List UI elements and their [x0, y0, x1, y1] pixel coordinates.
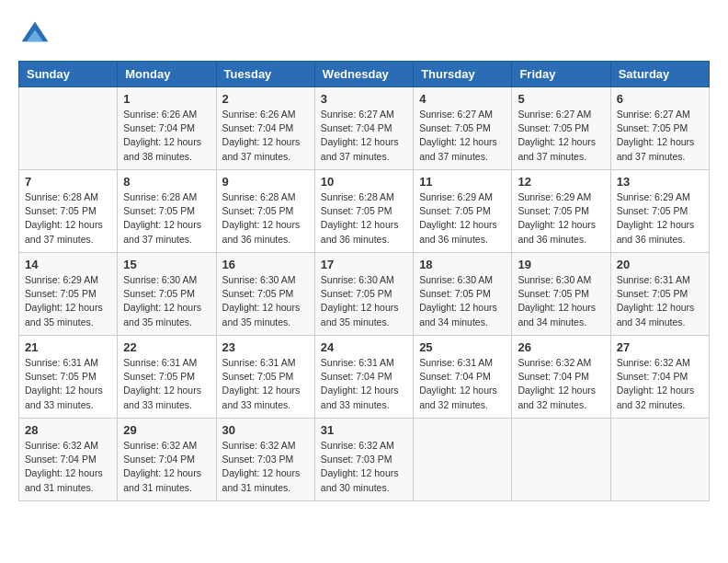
day-cell: 17Sunrise: 6:30 AM Sunset: 7:05 PM Dayli… — [314, 253, 413, 336]
day-info: Sunrise: 6:31 AM Sunset: 7:04 PM Dayligh… — [419, 356, 506, 412]
day-cell: 22Sunrise: 6:31 AM Sunset: 7:05 PM Dayli… — [118, 336, 216, 419]
week-row-1: 1Sunrise: 6:26 AM Sunset: 7:04 PM Daylig… — [19, 87, 710, 170]
header-cell-tuesday: Tuesday — [216, 62, 314, 87]
day-cell — [512, 419, 610, 501]
day-info: Sunrise: 6:32 AM Sunset: 7:03 PM Dayligh… — [321, 439, 407, 495]
day-cell: 18Sunrise: 6:30 AM Sunset: 7:05 PM Dayli… — [414, 253, 512, 336]
day-cell: 31Sunrise: 6:32 AM Sunset: 7:03 PM Dayli… — [314, 419, 413, 501]
day-cell: 30Sunrise: 6:32 AM Sunset: 7:03 PM Dayli… — [216, 419, 314, 501]
day-cell: 6Sunrise: 6:27 AM Sunset: 7:05 PM Daylig… — [610, 87, 709, 170]
day-number: 10 — [321, 175, 407, 189]
day-cell: 5Sunrise: 6:27 AM Sunset: 7:05 PM Daylig… — [512, 87, 610, 170]
day-info: Sunrise: 6:28 AM Sunset: 7:05 PM Dayligh… — [123, 190, 210, 247]
day-info: Sunrise: 6:27 AM Sunset: 7:05 PM Dayligh… — [617, 108, 703, 164]
header-cell-saturday: Saturday — [610, 62, 709, 87]
day-info: Sunrise: 6:32 AM Sunset: 7:04 PM Dayligh… — [518, 356, 604, 412]
day-number: 6 — [617, 92, 703, 106]
day-cell — [414, 419, 512, 501]
day-number: 15 — [123, 258, 210, 271]
day-cell: 26Sunrise: 6:32 AM Sunset: 7:04 PM Dayli… — [512, 336, 610, 419]
day-info: Sunrise: 6:31 AM Sunset: 7:05 PM Dayligh… — [617, 273, 703, 329]
day-number: 31 — [321, 423, 407, 437]
day-cell: 19Sunrise: 6:30 AM Sunset: 7:05 PM Dayli… — [512, 253, 610, 336]
header-cell-sunday: Sunday — [19, 62, 118, 87]
day-cell: 16Sunrise: 6:30 AM Sunset: 7:05 PM Dayli… — [216, 253, 314, 336]
day-cell: 21Sunrise: 6:31 AM Sunset: 7:05 PM Dayli… — [19, 336, 118, 419]
day-info: Sunrise: 6:27 AM Sunset: 7:04 PM Dayligh… — [321, 108, 407, 164]
day-cell: 10Sunrise: 6:28 AM Sunset: 7:05 PM Dayli… — [314, 170, 413, 253]
day-info: Sunrise: 6:31 AM Sunset: 7:05 PM Dayligh… — [123, 356, 210, 412]
day-number: 20 — [617, 258, 703, 271]
day-number: 17 — [321, 258, 407, 271]
day-number: 12 — [518, 175, 604, 189]
day-number: 21 — [25, 340, 111, 354]
day-info: Sunrise: 6:29 AM Sunset: 7:05 PM Dayligh… — [25, 273, 111, 329]
day-cell: 8Sunrise: 6:28 AM Sunset: 7:05 PM Daylig… — [118, 170, 216, 253]
day-number: 13 — [617, 175, 703, 189]
day-cell: 12Sunrise: 6:29 AM Sunset: 7:05 PM Dayli… — [512, 170, 610, 253]
day-cell: 29Sunrise: 6:32 AM Sunset: 7:04 PM Dayli… — [118, 419, 216, 501]
calendar-table: SundayMondayTuesdayWednesdayThursdayFrid… — [18, 61, 710, 501]
day-info: Sunrise: 6:32 AM Sunset: 7:04 PM Dayligh… — [617, 356, 703, 412]
day-info: Sunrise: 6:29 AM Sunset: 7:05 PM Dayligh… — [419, 190, 506, 247]
day-info: Sunrise: 6:30 AM Sunset: 7:05 PM Dayligh… — [321, 273, 407, 329]
day-info: Sunrise: 6:27 AM Sunset: 7:05 PM Dayligh… — [518, 108, 604, 164]
week-row-2: 7Sunrise: 6:28 AM Sunset: 7:05 PM Daylig… — [19, 170, 710, 253]
day-info: Sunrise: 6:32 AM Sunset: 7:04 PM Dayligh… — [25, 439, 111, 495]
day-info: Sunrise: 6:29 AM Sunset: 7:05 PM Dayligh… — [617, 190, 703, 247]
week-row-4: 21Sunrise: 6:31 AM Sunset: 7:05 PM Dayli… — [19, 336, 710, 419]
day-cell: 11Sunrise: 6:29 AM Sunset: 7:05 PM Dayli… — [414, 170, 512, 253]
day-number: 25 — [419, 340, 506, 354]
day-info: Sunrise: 6:28 AM Sunset: 7:05 PM Dayligh… — [222, 190, 309, 247]
day-number: 14 — [25, 258, 111, 271]
day-number: 30 — [222, 423, 309, 437]
day-number: 22 — [123, 340, 210, 354]
logo-icon — [18, 18, 51, 52]
day-info: Sunrise: 6:26 AM Sunset: 7:04 PM Dayligh… — [222, 108, 309, 164]
day-info: Sunrise: 6:28 AM Sunset: 7:05 PM Dayligh… — [321, 190, 407, 247]
page-header — [18, 18, 710, 52]
day-number: 23 — [222, 340, 309, 354]
day-cell: 4Sunrise: 6:27 AM Sunset: 7:05 PM Daylig… — [414, 87, 512, 170]
day-info: Sunrise: 6:30 AM Sunset: 7:05 PM Dayligh… — [518, 273, 604, 329]
header-cell-friday: Friday — [512, 62, 610, 87]
day-number: 3 — [321, 92, 407, 106]
day-cell: 14Sunrise: 6:29 AM Sunset: 7:05 PM Dayli… — [19, 253, 118, 336]
day-info: Sunrise: 6:30 AM Sunset: 7:05 PM Dayligh… — [419, 273, 506, 329]
day-number: 1 — [123, 92, 210, 106]
day-number: 18 — [419, 258, 506, 271]
day-cell: 24Sunrise: 6:31 AM Sunset: 7:04 PM Dayli… — [314, 336, 413, 419]
day-info: Sunrise: 6:31 AM Sunset: 7:05 PM Dayligh… — [222, 356, 309, 412]
day-info: Sunrise: 6:28 AM Sunset: 7:05 PM Dayligh… — [25, 190, 111, 247]
day-number: 8 — [123, 175, 210, 189]
day-cell: 25Sunrise: 6:31 AM Sunset: 7:04 PM Dayli… — [414, 336, 512, 419]
day-cell: 2Sunrise: 6:26 AM Sunset: 7:04 PM Daylig… — [216, 87, 314, 170]
day-info: Sunrise: 6:30 AM Sunset: 7:05 PM Dayligh… — [222, 273, 309, 329]
day-number: 19 — [518, 258, 604, 271]
day-info: Sunrise: 6:30 AM Sunset: 7:05 PM Dayligh… — [123, 273, 210, 329]
day-number: 24 — [321, 340, 407, 354]
day-cell: 27Sunrise: 6:32 AM Sunset: 7:04 PM Dayli… — [610, 336, 709, 419]
day-cell: 3Sunrise: 6:27 AM Sunset: 7:04 PM Daylig… — [314, 87, 413, 170]
day-number: 29 — [123, 423, 210, 437]
day-cell: 20Sunrise: 6:31 AM Sunset: 7:05 PM Dayli… — [610, 253, 709, 336]
week-row-5: 28Sunrise: 6:32 AM Sunset: 7:04 PM Dayli… — [19, 419, 710, 501]
day-cell: 7Sunrise: 6:28 AM Sunset: 7:05 PM Daylig… — [19, 170, 118, 253]
day-info: Sunrise: 6:29 AM Sunset: 7:05 PM Dayligh… — [518, 190, 604, 247]
calendar-header-row: SundayMondayTuesdayWednesdayThursdayFrid… — [19, 62, 710, 87]
day-info: Sunrise: 6:31 AM Sunset: 7:04 PM Dayligh… — [321, 356, 407, 412]
day-cell: 9Sunrise: 6:28 AM Sunset: 7:05 PM Daylig… — [216, 170, 314, 253]
day-number: 26 — [518, 340, 604, 354]
week-row-3: 14Sunrise: 6:29 AM Sunset: 7:05 PM Dayli… — [19, 253, 710, 336]
day-cell: 28Sunrise: 6:32 AM Sunset: 7:04 PM Dayli… — [19, 419, 118, 501]
day-info: Sunrise: 6:26 AM Sunset: 7:04 PM Dayligh… — [123, 108, 210, 164]
day-cell: 13Sunrise: 6:29 AM Sunset: 7:05 PM Dayli… — [610, 170, 709, 253]
day-number: 9 — [222, 175, 309, 189]
day-cell: 23Sunrise: 6:31 AM Sunset: 7:05 PM Dayli… — [216, 336, 314, 419]
day-cell — [610, 419, 709, 501]
day-info: Sunrise: 6:27 AM Sunset: 7:05 PM Dayligh… — [419, 108, 506, 164]
day-cell — [19, 87, 118, 170]
day-number: 7 — [25, 175, 111, 189]
header-cell-monday: Monday — [118, 62, 216, 87]
day-number: 4 — [419, 92, 506, 106]
